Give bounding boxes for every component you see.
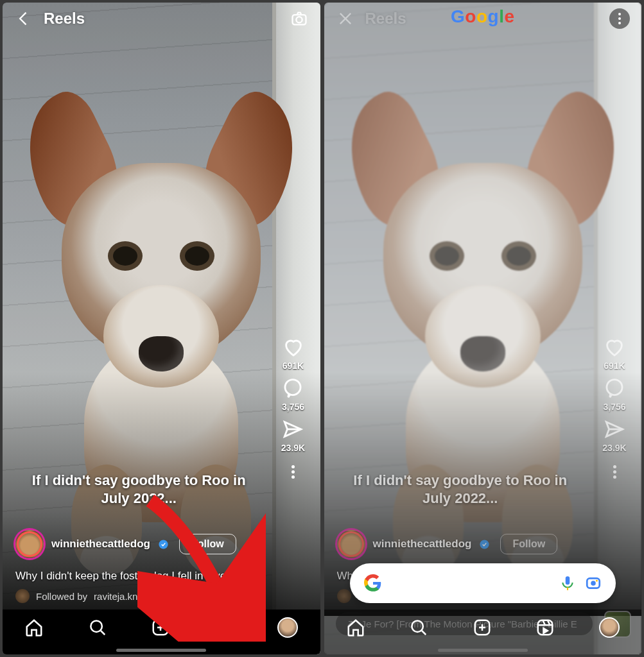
author-avatar[interactable] xyxy=(15,530,44,558)
author-username: winniethecattledog xyxy=(373,538,472,550)
svg-point-2 xyxy=(285,380,300,395)
screen-title: Reels xyxy=(44,10,279,28)
comment-button: 3,756 xyxy=(603,377,625,412)
comment-icon xyxy=(282,377,304,399)
nav-create-icon[interactable] xyxy=(151,618,170,637)
nav-create-icon xyxy=(473,618,492,637)
comment-count: 3,756 xyxy=(603,402,625,412)
followed-by-prefix: Followed by xyxy=(36,591,87,602)
phone-right: Reels Google If I didn't say goodbye to … xyxy=(324,3,642,654)
heart-icon xyxy=(283,336,304,358)
more-options-button[interactable] xyxy=(292,463,295,481)
verified-badge-icon xyxy=(479,539,490,550)
heart-icon xyxy=(604,336,625,358)
follow-button[interactable]: Follow xyxy=(179,534,236,554)
camera-icon[interactable] xyxy=(290,9,309,28)
svg-point-7 xyxy=(607,380,622,395)
home-indicator[interactable] xyxy=(116,649,206,652)
svg-point-4 xyxy=(91,620,102,632)
action-rail: 691K 3,756 23.9K xyxy=(595,336,634,481)
nav-search-icon[interactable] xyxy=(88,618,107,637)
bottom-nav-dim xyxy=(324,610,642,654)
home-indicator[interactable] xyxy=(438,649,528,652)
svg-point-10 xyxy=(591,581,596,586)
follow-button: Follow xyxy=(500,534,557,554)
author-row: winniethecattledog Follow xyxy=(337,530,597,558)
mic-icon[interactable] xyxy=(559,575,576,592)
followed-by-name: raviteja.knts xyxy=(94,591,145,602)
comment-icon xyxy=(604,377,625,399)
google-search-bar[interactable] xyxy=(350,563,616,603)
nav-search-icon xyxy=(409,618,428,637)
nav-profile-avatar[interactable] xyxy=(277,617,298,638)
author-row[interactable]: winniethecattledog Follow xyxy=(15,530,275,558)
send-icon xyxy=(604,418,625,440)
followed-by-row[interactable]: Followed by raviteja.knts xyxy=(15,589,145,603)
comment-count: 3,756 xyxy=(282,402,304,412)
like-button: 691K xyxy=(604,336,625,371)
verified-badge-icon xyxy=(158,539,169,550)
share-count: 23.9K xyxy=(602,443,626,453)
nav-home-icon xyxy=(346,618,365,637)
video-caption: If I didn't say goodbye to Roo in July 2… xyxy=(3,472,275,507)
reel-description[interactable]: Why I didn't keep the foster dog I fell … xyxy=(15,570,275,583)
google-g-icon xyxy=(364,574,382,592)
svg-point-12 xyxy=(412,620,424,632)
send-icon xyxy=(282,418,304,440)
share-button: 23.9K xyxy=(602,418,626,453)
like-count: 691K xyxy=(604,361,625,371)
bottom-nav xyxy=(3,610,320,654)
caption-text: If I didn't say goodbye to Roo in July 2… xyxy=(22,472,256,507)
back-arrow-icon[interactable] xyxy=(14,9,33,28)
svg-point-11 xyxy=(596,580,598,582)
svg-point-8 xyxy=(480,540,489,549)
action-rail: 691K 3,756 23.9K xyxy=(274,336,313,481)
more-options-button xyxy=(613,463,616,481)
nav-reels-icon xyxy=(535,618,555,637)
like-count: 691K xyxy=(283,361,304,371)
comment-button[interactable]: 3,756 xyxy=(282,377,304,412)
follower-avatar xyxy=(337,589,351,603)
nav-home-icon[interactable] xyxy=(24,618,44,637)
nav-profile-avatar xyxy=(599,617,620,638)
like-button[interactable]: 691K xyxy=(283,336,304,371)
follower-avatar xyxy=(15,589,30,603)
google-logo-text: Google xyxy=(324,6,642,27)
share-button[interactable]: 23.9K xyxy=(281,418,305,453)
top-bar: Reels xyxy=(3,3,320,35)
video-caption: If I didn't say goodbye to Roo in July 2… xyxy=(324,472,597,507)
author-avatar xyxy=(337,530,365,558)
author-username[interactable]: winniethecattledog xyxy=(51,538,150,550)
svg-point-1 xyxy=(296,17,302,22)
caption-text: If I didn't say goodbye to Roo in July 2… xyxy=(344,472,578,507)
share-count: 23.9K xyxy=(281,443,305,453)
nav-reels-icon[interactable] xyxy=(214,618,234,637)
svg-point-3 xyxy=(159,540,168,549)
lens-icon[interactable] xyxy=(585,575,602,592)
phone-left: Reels If I didn't say goodbye to Roo in … xyxy=(3,3,320,654)
